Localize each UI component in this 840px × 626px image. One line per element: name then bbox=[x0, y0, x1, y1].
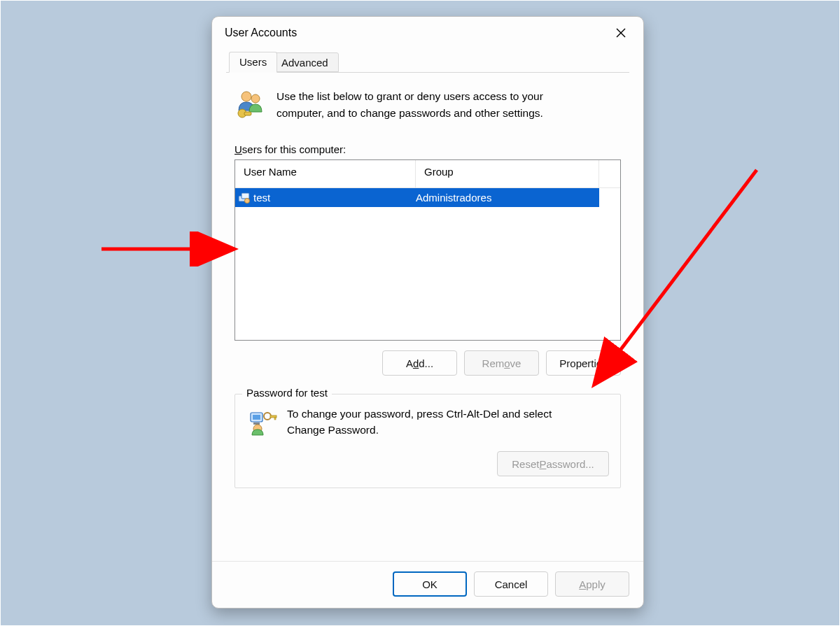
titlebar: User Accounts bbox=[212, 17, 643, 49]
desktop-backdrop: User Accounts Advanced Users bbox=[0, 0, 840, 626]
add-button[interactable]: Add... bbox=[382, 350, 457, 376]
users-listview[interactable]: User Name Group test Administradores bbox=[234, 159, 621, 341]
svg-rect-14 bbox=[270, 415, 276, 418]
password-text: To change your password, press Ctrl-Alt-… bbox=[287, 406, 588, 439]
intro-text: Use the list below to grant or deny user… bbox=[276, 88, 578, 122]
reset-password-button: Reset Password... bbox=[497, 451, 609, 476]
password-fieldset: Password for test bbox=[234, 394, 621, 488]
tab-advanced[interactable]: Advanced bbox=[271, 52, 339, 72]
svg-rect-10 bbox=[253, 415, 260, 420]
svg-point-13 bbox=[264, 413, 271, 420]
user-buttons-row: Add... Remove Properties bbox=[234, 350, 621, 376]
password-legend: Password for test bbox=[242, 387, 332, 399]
properties-button[interactable]: Properties bbox=[546, 350, 621, 376]
remove-button: Remove bbox=[464, 350, 539, 376]
user-row-icon bbox=[235, 192, 252, 204]
svg-rect-11 bbox=[253, 422, 260, 425]
password-key-icon bbox=[246, 406, 277, 439]
column-header-group[interactable]: Group bbox=[416, 160, 599, 187]
user-accounts-dialog: User Accounts Advanced Users bbox=[211, 16, 644, 609]
svg-rect-5 bbox=[244, 112, 251, 115]
users-intro-icon bbox=[234, 88, 267, 122]
tabstrip: Advanced Users bbox=[226, 52, 629, 73]
user-row-username: test bbox=[252, 192, 416, 204]
svg-rect-15 bbox=[274, 418, 276, 420]
column-header-username[interactable]: User Name bbox=[235, 160, 416, 187]
svg-rect-7 bbox=[241, 193, 249, 199]
apply-button: Apply bbox=[555, 571, 629, 597]
svg-point-8 bbox=[245, 198, 250, 203]
intro-row: Use the list below to grant or deny user… bbox=[234, 88, 621, 122]
window-title: User Accounts bbox=[225, 27, 604, 39]
users-for-computer-label: Users for this computer: bbox=[234, 143, 621, 155]
ok-button[interactable]: OK bbox=[393, 571, 467, 597]
dialog-footer: OK Cancel Apply bbox=[212, 561, 643, 608]
cancel-button[interactable]: Cancel bbox=[474, 571, 548, 597]
listview-header: User Name Group bbox=[235, 160, 620, 188]
user-row-test[interactable]: test Administradores bbox=[235, 188, 599, 207]
user-row-group: Administradores bbox=[416, 192, 599, 204]
close-button[interactable] bbox=[604, 19, 638, 47]
svg-point-3 bbox=[251, 94, 260, 103]
column-header-spacer bbox=[599, 160, 620, 187]
tab-users[interactable]: Users bbox=[229, 52, 277, 73]
close-icon bbox=[616, 28, 626, 38]
dialog-body: Advanced Users Use the list below to gra… bbox=[212, 49, 643, 561]
svg-point-2 bbox=[241, 92, 251, 101]
